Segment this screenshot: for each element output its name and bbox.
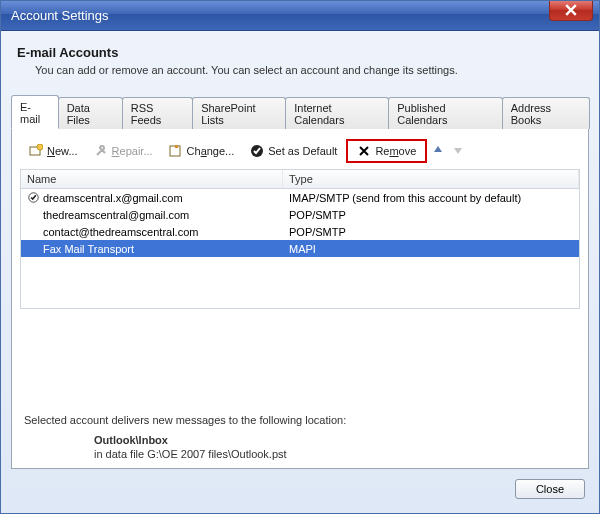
set-default-button[interactable]: Set as Default [243,141,344,161]
window-close-button[interactable] [549,1,593,21]
header-subtitle: You can add or remove an account. You ca… [35,64,583,76]
remove-button[interactable]: Remove [350,141,423,161]
change-button[interactable]: Change... [162,141,242,161]
svg-point-1 [37,144,43,150]
delivery-path: G:\OE 2007 files\Outlook.pst [147,448,286,460]
account-name: Fax Mail Transport [43,243,134,255]
account-name: thedreamscentral@gmail.com [43,209,189,221]
new-button[interactable]: New... [22,141,85,161]
tab-body-email: New... Repair... Change... [11,128,589,469]
move-up-button[interactable] [429,145,447,157]
account-type: MAPI [283,242,579,256]
new-label: ew... [55,145,78,157]
tab-published-calendars[interactable]: Published Calendars [388,97,502,129]
column-header-name[interactable]: Name [21,170,283,188]
dialog-buttons: Close [11,469,589,503]
column-header-type[interactable]: Type [283,170,579,188]
header-block: E-mail Accounts You can add or remove an… [11,41,589,88]
account-row[interactable]: contact@thedreamscentral.com POP/SMTP [21,223,579,240]
account-name: contact@thedreamscentral.com [43,226,198,238]
tab-address-books[interactable]: Address Books [502,97,590,129]
list-header: Name Type [20,169,580,189]
client-area: E-mail Accounts You can add or remove an… [1,31,599,513]
account-row[interactable]: dreamscentral.x@gmail.com IMAP/SMTP (sen… [21,189,579,206]
titlebar: Account Settings [1,1,599,31]
account-type: POP/SMTP [283,225,579,239]
delivery-location: Selected account delivers new messages t… [20,408,580,460]
tab-internet-calendars[interactable]: Internet Calendars [285,97,389,129]
account-settings-window: Account Settings E-mail Accounts You can… [0,0,600,514]
delivery-folder: Outlook\Inbox [94,434,168,446]
set-default-label: Set as Default [268,145,337,157]
remove-highlight: Remove [346,139,427,163]
account-name: dreamscentral.x@gmail.com [43,192,183,204]
tabstrip: E-mail Data Files RSS Feeds SharePoint L… [11,94,589,128]
header-title: E-mail Accounts [17,45,583,60]
arrow-down-icon [453,145,463,155]
close-button[interactable]: Close [515,479,585,499]
tab-sharepoint-lists[interactable]: SharePoint Lists [192,97,286,129]
arrow-up-icon [433,145,443,155]
tab-rss-feeds[interactable]: RSS Feeds [122,97,193,129]
account-row-selected[interactable]: Fax Mail Transport MAPI [21,240,579,257]
accounts-list: dreamscentral.x@gmail.com IMAP/SMTP (sen… [20,189,580,309]
set-default-icon [250,144,264,158]
toolbar: New... Repair... Change... [20,137,580,169]
repair-button: Repair... [87,141,160,161]
delivery-path-prefix: in data file [94,448,147,460]
default-check-icon [27,192,39,203]
tab-data-files[interactable]: Data Files [58,97,123,129]
close-icon [565,4,577,16]
remove-icon [357,144,371,158]
account-type: IMAP/SMTP (send from this account by def… [283,191,579,205]
repair-icon [94,144,108,158]
move-down-button [449,145,467,157]
change-icon [169,144,183,158]
tab-email[interactable]: E-mail [11,95,59,129]
delivery-intro: Selected account delivers new messages t… [24,414,576,426]
account-type: POP/SMTP [283,208,579,222]
account-row[interactable]: thedreamscentral@gmail.com POP/SMTP [21,206,579,223]
svg-rect-3 [175,145,178,148]
window-title: Account Settings [11,8,109,23]
new-icon [29,144,43,158]
